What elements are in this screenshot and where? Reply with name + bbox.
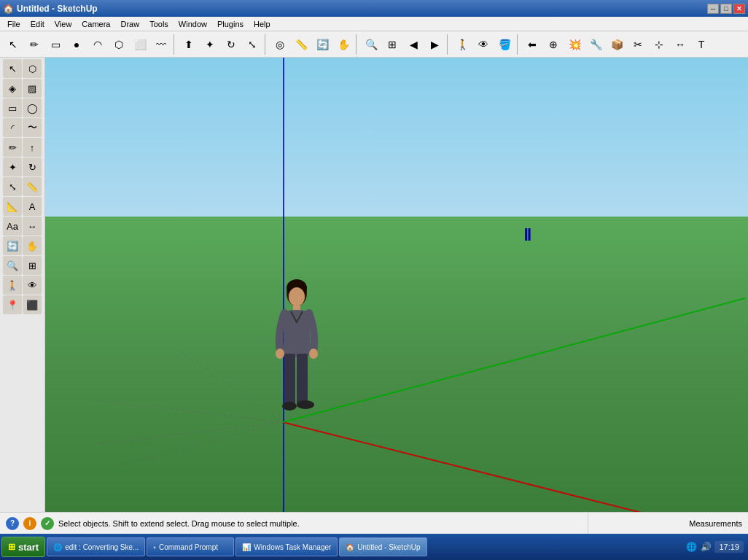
left-tool-scale-left[interactable]: ⤡ <box>3 177 22 196</box>
toolbar-btn-previous[interactable]: ◀ <box>403 34 424 55</box>
toolbar-btn-scale[interactable]: ⤡ <box>242 34 262 55</box>
toolbar-btn-look-around[interactable]: 👁 <box>473 34 494 55</box>
left-tool-text-left[interactable]: A <box>23 197 42 216</box>
left-tool-row-8: ✏↑ <box>3 138 42 157</box>
taskbar-label-sketchup: Untitled - SketchUp <box>357 543 420 551</box>
viewport[interactable]: Ⅱ <box>45 58 748 512</box>
left-tool-dim-left[interactable]: ↔ <box>23 217 42 236</box>
toolbar-btn-walk[interactable]: 🚶 <box>452 34 472 55</box>
left-tool-arc-left[interactable]: ◜ <box>3 118 22 137</box>
left-tool-paint-left[interactable]: ▨ <box>23 79 42 98</box>
menu-item-plugins[interactable]: Plugins <box>213 18 248 30</box>
toolbar-btn-select[interactable]: ↖ <box>3 34 23 55</box>
left-tool-pan-left[interactable]: ✋ <box>23 236 42 255</box>
toolbar-btn-orbit[interactable]: 🔄 <box>312 34 332 55</box>
toolbar-btn-pencil[interactable]: ✏ <box>24 34 44 55</box>
toolbar-btn-pan[interactable]: ✋ <box>333 34 354 55</box>
toolbar-btn-paint[interactable]: 🪣 <box>494 34 515 55</box>
windows-logo: ⊞ <box>8 542 15 552</box>
left-tool-rect-left[interactable]: ▭ <box>3 98 22 117</box>
measurements-panel: Measurements <box>588 513 748 534</box>
menu-item-help[interactable]: Help <box>249 18 275 30</box>
left-tool-walk-left[interactable]: 🚶 <box>3 276 22 295</box>
left-tool-look-left[interactable]: 👁 <box>23 276 42 295</box>
svg-point-10 <box>276 349 284 359</box>
left-tool-label-left[interactable]: Aa <box>3 217 22 236</box>
title-text: Untitled - SketchUp <box>17 4 98 14</box>
left-tool-protractor-left[interactable]: 📐 <box>3 197 22 216</box>
start-button[interactable]: ⊞ start <box>1 537 45 557</box>
toolbar-btn-follow-me[interactable]: ⬅ <box>522 34 542 55</box>
taskbar-right: 🌐 🔊 17:19 <box>685 541 747 553</box>
tray-network: 🌐 <box>685 541 697 553</box>
status-left: ? i ✓ Select objects. Shift to extend se… <box>0 517 588 530</box>
left-tool-push-pull-left[interactable]: ↑ <box>23 138 42 157</box>
close-button[interactable]: ✕ <box>733 4 745 14</box>
left-tool-select-arrow[interactable]: ↖ <box>3 59 22 78</box>
toolbar-btn-axes[interactable]: ⊹ <box>649 34 669 55</box>
left-tool-circle-left[interactable]: ◯ <box>23 98 42 117</box>
toolbar-btn-offset[interactable]: ◎ <box>270 34 290 55</box>
left-tool-zoom-ext-left[interactable]: ⊞ <box>23 256 42 275</box>
left-tool-select-3d[interactable]: ⬡ <box>23 59 42 78</box>
taskbar-icon-sketchup: 🏠 <box>346 543 354 551</box>
left-tool-move-left[interactable]: ✦ <box>3 158 22 176</box>
left-tool-tape-left[interactable]: 📏 <box>23 177 42 196</box>
menu-item-edit[interactable]: Edit <box>26 18 49 30</box>
toolbar-btn-group[interactable]: 📦 <box>607 34 627 55</box>
menu-item-draw[interactable]: Draw <box>116 18 144 30</box>
toolbar-btn-freehand[interactable]: 〰 <box>151 34 171 55</box>
title-bar-left: 🏠 Untitled - SketchUp <box>3 4 98 14</box>
toolbar-btn-zoom-extents[interactable]: ⊞ <box>382 34 402 55</box>
left-tool-orbit-left[interactable]: 🔄 <box>3 236 22 255</box>
left-tool-row-4: ▭◯ <box>3 98 42 117</box>
menu-item-tools[interactable]: Tools <box>145 18 173 30</box>
toolbar-separator-8 <box>174 34 176 55</box>
toolbar-btn-component[interactable]: 🔧 <box>585 34 606 55</box>
toolbar-btn-next[interactable]: ▶ <box>424 34 445 55</box>
toolbar-btn-intersect[interactable]: ⊕ <box>543 34 564 55</box>
help-icon[interactable]: ? <box>6 517 19 530</box>
menu-item-window[interactable]: Window <box>174 18 211 30</box>
svg-point-11 <box>309 349 318 359</box>
toolbar-btn-polygon[interactable]: ⬡ <box>109 34 129 55</box>
left-tool-eraser-left[interactable]: ◈ <box>3 79 22 98</box>
toolbar-btn-arc[interactable]: ◠ <box>87 34 108 55</box>
toolbar-btn-section-plane[interactable]: ✂ <box>628 34 648 55</box>
toolbar-btn-zoom[interactable]: 🔍 <box>361 34 381 55</box>
left-tool-position-left[interactable]: 📍 <box>3 295 22 314</box>
left-tool-zoom-left[interactable]: 🔍 <box>3 256 22 275</box>
toolbar-btn-rectangle[interactable]: ▭ <box>45 34 66 55</box>
taskbar-item-taskmgr[interactable]: 📊 Windows Task Manager <box>235 537 338 556</box>
left-tool-row-0: ↖⬡ <box>3 59 42 78</box>
info-icon[interactable]: i <box>23 517 36 530</box>
toolbar-btn-eraser[interactable]: ⬜ <box>130 34 150 55</box>
toolbar-btn-move[interactable]: ✦ <box>200 34 220 55</box>
left-tool-row-24: 📍⬛ <box>3 295 42 314</box>
menu-item-camera[interactable]: Camera <box>77 18 114 30</box>
menu-item-file[interactable]: File <box>3 18 25 30</box>
left-tool-rotate-left[interactable]: ↻ <box>23 158 42 176</box>
toolbar-btn-circle[interactable]: ● <box>66 34 87 55</box>
taskbar-item-sketchup[interactable]: 🏠 Untitled - SketchUp <box>339 537 426 556</box>
svg-rect-13 <box>297 354 308 405</box>
left-tool-freehand-left[interactable]: 〜 <box>23 118 42 137</box>
maximize-button[interactable]: □ <box>720 4 732 14</box>
sky <box>45 58 748 217</box>
toolbar-btn-tape[interactable]: 📏 <box>291 34 311 55</box>
toolbar-btn-explode[interactable]: 💥 <box>564 34 585 55</box>
minimize-button[interactable]: ─ <box>707 4 719 14</box>
toolbar-btn-dimension[interactable]: ↔ <box>670 34 690 55</box>
check-icon[interactable]: ✓ <box>41 517 54 530</box>
left-tool-section-left[interactable]: ⬛ <box>23 295 42 314</box>
toolbar-btn-push-pull[interactable]: ⬆ <box>179 34 199 55</box>
left-tool-pencil-left[interactable]: ✏ <box>3 138 22 157</box>
svg-point-8 <box>289 287 305 306</box>
title-bar: 🏠 Untitled - SketchUp ─ □ ✕ <box>0 0 748 17</box>
toolbar-btn-text[interactable]: T <box>691 34 712 55</box>
taskbar-item-edit[interactable]: 🌐 edit : Converting Ske... <box>47 537 145 556</box>
toolbar-btn-rotate[interactable]: ↻ <box>221 34 241 55</box>
taskbar-item-cmd[interactable]: ▪ Command Prompt <box>147 537 234 556</box>
main-area: ↖⬡◈▨▭◯◜〜✏↑✦↻⤡📏📐AAa↔🔄✋🔍⊞🚶👁📍⬛ <box>0 58 748 512</box>
menu-item-view[interactable]: View <box>50 18 77 30</box>
